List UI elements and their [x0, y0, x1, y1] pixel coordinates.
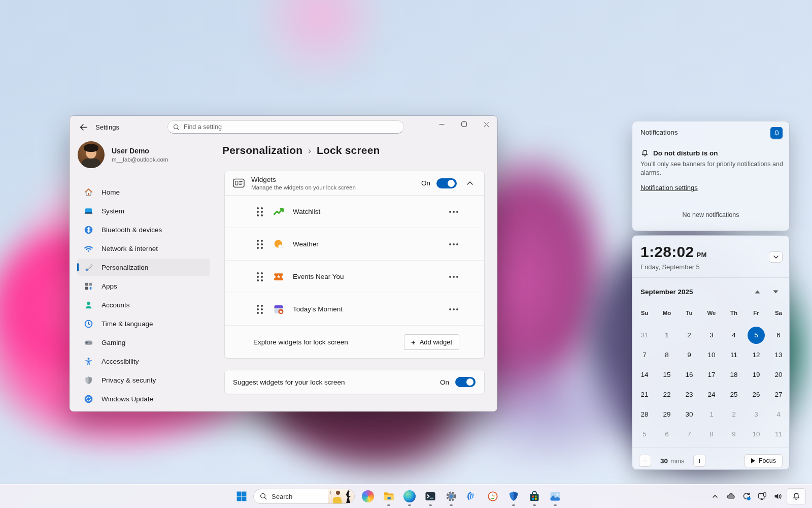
sidebar-item-time-language[interactable]: Time & language: [77, 315, 210, 332]
tray-update-button[interactable]: [739, 488, 754, 504]
photos-taskbar-button[interactable]: [545, 486, 565, 506]
sidebar-item-accessibility[interactable]: Accessibility: [77, 353, 210, 370]
calendar-day[interactable]: 8: [703, 426, 720, 443]
sidebar-item-accounts[interactable]: Accounts: [77, 296, 210, 313]
search-input[interactable]: [184, 123, 398, 131]
calendar-next-button[interactable]: [770, 287, 781, 297]
calendar-day[interactable]: 16: [681, 366, 698, 384]
calendar-day[interactable]: 1: [703, 406, 720, 423]
back-button[interactable]: [76, 120, 91, 134]
edge-taskbar-button[interactable]: [399, 486, 420, 506]
calendar-day[interactable]: 22: [658, 386, 675, 403]
close-button[interactable]: [475, 116, 497, 133]
minimize-button[interactable]: [430, 116, 453, 133]
more-options-button[interactable]: [453, 276, 455, 278]
add-widget-button[interactable]: + Add widget: [404, 334, 459, 350]
calendar-day[interactable]: 28: [636, 406, 653, 423]
more-options-button[interactable]: [453, 243, 455, 245]
focus-increase-button[interactable]: +: [693, 455, 705, 467]
calendar-day[interactable]: 5: [636, 426, 653, 443]
calendar-day[interactable]: 10: [748, 426, 765, 443]
calendar-day[interactable]: 6: [770, 327, 787, 344]
notification-settings-link[interactable]: Notification settings: [640, 184, 698, 192]
calendar-day[interactable]: 2: [725, 406, 742, 423]
calendar-day[interactable]: 13: [770, 346, 787, 364]
collapse-expander-button[interactable]: [463, 177, 477, 189]
sidebar-item-windows-update[interactable]: Windows Update: [77, 390, 210, 407]
calendar-day[interactable]: 9: [725, 426, 742, 443]
widgets-expander-header[interactable]: Widgets Manage the widgets on your lock …: [225, 171, 484, 196]
explorer-taskbar-button[interactable]: [379, 486, 399, 506]
calendar-day[interactable]: 24: [703, 386, 720, 403]
drag-handle-icon[interactable]: [257, 240, 259, 242]
suggest-widgets-toggle[interactable]: [455, 377, 476, 387]
waves-taskbar-button[interactable]: [462, 486, 482, 506]
sidebar-item-bluetooth-devices[interactable]: Bluetooth & devices: [77, 221, 210, 238]
maximize-button[interactable]: [453, 116, 475, 133]
calendar-day[interactable]: 6: [658, 426, 675, 443]
calendar-day[interactable]: 20: [770, 366, 787, 384]
taskbar-search-box[interactable]: Search ♪: [253, 489, 355, 504]
terminal-taskbar-button[interactable]: [420, 486, 441, 506]
calendar-day[interactable]: 11: [770, 426, 787, 443]
tray-volume-button[interactable]: [771, 488, 785, 504]
sidebar-item-system[interactable]: System: [77, 202, 210, 219]
calendar-day[interactable]: 30: [681, 406, 698, 423]
calendar-day[interactable]: 8: [658, 346, 675, 364]
sidebar-item-personalization[interactable]: Personalization: [77, 259, 210, 276]
copilot-taskbar-button[interactable]: [358, 486, 378, 506]
calendar-day[interactable]: 3: [748, 406, 765, 423]
sidebar-item-privacy-security[interactable]: Privacy & security: [77, 371, 210, 389]
calendar-day[interactable]: 3: [703, 327, 720, 344]
store-taskbar-button[interactable]: [524, 486, 545, 506]
start-button[interactable]: [231, 486, 252, 506]
calendar-day[interactable]: 4: [725, 327, 742, 344]
calendar-day[interactable]: 4: [770, 406, 787, 423]
sidebar-item-gaming[interactable]: Gaming: [77, 334, 210, 351]
calendar-day[interactable]: 25: [725, 386, 742, 403]
calendar-day[interactable]: 14: [636, 366, 653, 384]
settings-taskbar-button[interactable]: [441, 486, 461, 506]
calendar-day[interactable]: 26: [748, 386, 765, 403]
sidebar-item-home[interactable]: Home: [77, 183, 210, 201]
focus-decrease-button[interactable]: −: [639, 455, 651, 467]
sidebar-item-network-internet[interactable]: Network & internet: [77, 240, 210, 257]
calendar-prev-button[interactable]: [752, 287, 763, 297]
calendar-day[interactable]: 10: [703, 346, 720, 364]
drag-handle-icon[interactable]: [257, 272, 259, 274]
tray-cloud-button[interactable]: [724, 488, 738, 504]
calendar-day[interactable]: 31: [636, 327, 653, 344]
calendar-day[interactable]: 11: [725, 346, 742, 364]
settings-search-box[interactable]: [167, 120, 404, 134]
user-account-block[interactable]: User Demo m__lab@outlook.com: [78, 141, 168, 168]
more-options-button[interactable]: [453, 308, 455, 310]
calendar-month-label[interactable]: September 2025: [640, 288, 693, 296]
calendar-day[interactable]: 17: [703, 366, 720, 384]
calendar-day[interactable]: 23: [681, 386, 698, 403]
widgets-toggle[interactable]: [436, 178, 457, 188]
calendar-day[interactable]: 15: [658, 366, 675, 384]
calendar-day[interactable]: 9: [681, 346, 698, 364]
more-options-button[interactable]: [453, 211, 455, 213]
drag-handle-icon[interactable]: [257, 207, 259, 209]
tray-bell-button[interactable]: z: [787, 488, 806, 504]
calendar-day[interactable]: 21: [636, 386, 653, 403]
tray-chevron-up-button[interactable]: [708, 488, 722, 504]
duckduckgo-taskbar-button[interactable]: [483, 486, 503, 506]
security-taskbar-button[interactable]: [503, 486, 524, 506]
do-not-disturb-button[interactable]: [770, 127, 783, 139]
calendar-day[interactable]: 1: [658, 327, 675, 344]
focus-start-button[interactable]: Focus: [745, 454, 783, 467]
breadcrumb-parent[interactable]: Personalization: [222, 144, 302, 156]
calendar-day[interactable]: 7: [681, 426, 698, 443]
calendar-day[interactable]: 2: [681, 327, 698, 344]
drag-handle-icon[interactable]: [257, 305, 259, 307]
calendar-day[interactable]: 12: [748, 346, 765, 364]
calendar-day[interactable]: 29: [658, 406, 675, 423]
calendar-day[interactable]: 19: [748, 366, 765, 384]
calendar-day-selected[interactable]: 5: [748, 327, 765, 344]
calendar-day[interactable]: 27: [770, 386, 787, 403]
calendar-day[interactable]: 18: [725, 366, 742, 384]
calendar-collapse-button[interactable]: [769, 251, 783, 263]
tray-display-button[interactable]: [755, 488, 769, 504]
